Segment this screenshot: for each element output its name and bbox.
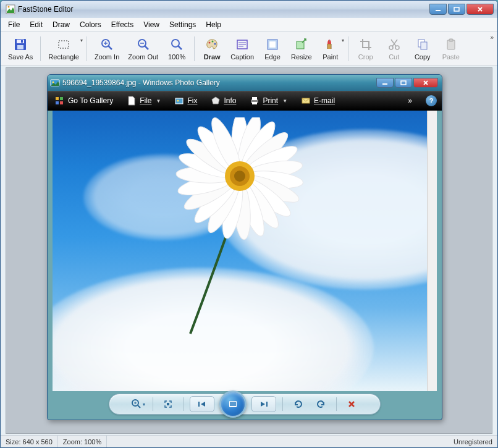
- fit-button[interactable]: [159, 397, 177, 412]
- separator: [87, 36, 87, 61]
- dropdown-icon: ▾: [342, 38, 344, 43]
- menu-settings[interactable]: Settings: [164, 19, 201, 30]
- inner-close-button[interactable]: [413, 78, 438, 88]
- window-title: FastStone Editor: [18, 5, 429, 14]
- menu-edit[interactable]: Edit: [25, 19, 48, 30]
- inner-window-controls: [376, 78, 438, 88]
- minimize-button[interactable]: [429, 4, 447, 15]
- rectangle-select-icon: [56, 37, 71, 52]
- slideshow-button[interactable]: [219, 391, 247, 418]
- paint-icon: [323, 37, 338, 52]
- titlebar[interactable]: FastStone Editor: [1, 1, 497, 18]
- svg-line-74: [138, 405, 140, 408]
- menu-file[interactable]: File: [3, 19, 25, 30]
- zoom-out-button[interactable]: Zoom Out: [124, 34, 162, 64]
- tag-icon: [211, 96, 221, 106]
- zoom-in-button[interactable]: Zoom In: [91, 34, 123, 64]
- next-button[interactable]: [251, 396, 276, 412]
- svg-rect-77: [167, 403, 169, 405]
- draw-button[interactable]: Draw: [198, 34, 226, 64]
- toolbar-overflow[interactable]: »: [490, 34, 494, 41]
- paste-button[interactable]: Paste: [437, 34, 465, 64]
- svg-rect-26: [269, 41, 276, 48]
- svg-rect-33: [449, 39, 453, 41]
- status-zoom: Zoom: 100%: [58, 436, 107, 447]
- go-to-gallery-button[interactable]: Go To Gallery: [53, 95, 116, 107]
- svg-rect-78: [198, 402, 200, 407]
- printer-icon: [250, 96, 260, 106]
- separator: [336, 397, 337, 411]
- svg-rect-42: [175, 98, 183, 104]
- svg-point-20: [214, 43, 216, 44]
- client-area: 596694_19539864.jpg - Windows Photo Gall…: [6, 67, 492, 434]
- status-registration: Unregistered: [449, 436, 497, 447]
- gallery-icon: [55, 96, 65, 106]
- help-button[interactable]: ?: [426, 95, 437, 106]
- app-window: FastStone Editor File Edit Draw Colors E…: [0, 0, 498, 448]
- inner-titlebar[interactable]: 596694_19539864.jpg - Windows Photo Gall…: [48, 75, 442, 91]
- resize-button[interactable]: Resize: [287, 34, 316, 64]
- photo-content: [53, 111, 427, 391]
- zoom-in-icon: [99, 37, 114, 52]
- menu-view[interactable]: View: [138, 19, 164, 30]
- svg-point-19: [212, 40, 214, 42]
- rectangle-button[interactable]: ▾ Rectangle: [44, 34, 83, 64]
- copy-icon: [415, 37, 430, 52]
- edge-icon: [265, 37, 280, 52]
- window-controls: [429, 4, 494, 15]
- clipboard-icon: [444, 37, 458, 52]
- separator: [194, 36, 195, 61]
- svg-rect-37: [401, 81, 406, 85]
- email-button[interactable]: E-mail: [298, 95, 337, 107]
- vertical-scrollbar[interactable]: [427, 111, 437, 391]
- menubar: File Edit Draw Colors Effects View Setti…: [1, 18, 497, 32]
- cut-button[interactable]: Cut: [381, 34, 408, 64]
- fix-icon: [174, 96, 184, 106]
- menu-help[interactable]: Help: [201, 19, 226, 30]
- inner-maximize-button[interactable]: [395, 78, 412, 88]
- palette-icon: [205, 37, 219, 52]
- menu-effects[interactable]: Effects: [106, 19, 138, 30]
- inner-overflow-button[interactable]: »: [408, 96, 412, 105]
- delete-button[interactable]: [343, 397, 360, 412]
- close-button[interactable]: [466, 4, 494, 15]
- caption-button[interactable]: Caption: [227, 34, 258, 64]
- rotate-right-button[interactable]: [313, 397, 330, 412]
- rotate-left-button[interactable]: [289, 397, 306, 412]
- photo-gallery-icon: [50, 78, 60, 88]
- copy-button[interactable]: Copy: [409, 34, 436, 64]
- menu-colors[interactable]: Colors: [75, 19, 106, 30]
- flower-illustration: [147, 117, 332, 340]
- edge-button[interactable]: Edge: [259, 34, 286, 64]
- svg-point-1: [8, 6, 10, 8]
- inner-minimize-button[interactable]: [376, 78, 394, 88]
- photo-viewport: [53, 111, 437, 391]
- menu-draw[interactable]: Draw: [48, 19, 75, 30]
- statusbar: Size: 640 x 560 Zoom: 100% Unregistered: [1, 435, 497, 447]
- separator: [153, 397, 153, 411]
- svg-point-72: [234, 171, 245, 182]
- svg-rect-46: [252, 102, 257, 104]
- zoom-100-button[interactable]: 100%: [163, 34, 190, 64]
- svg-rect-3: [454, 7, 459, 11]
- svg-point-43: [177, 100, 179, 102]
- previous-button[interactable]: [190, 396, 214, 412]
- crop-button[interactable]: Crop: [352, 34, 379, 64]
- print-button[interactable]: Print▼: [247, 95, 290, 107]
- playback-controls: ▾: [109, 394, 381, 415]
- svg-rect-81: [266, 402, 268, 407]
- paint-button[interactable]: ▾ Paint: [317, 34, 344, 64]
- info-button[interactable]: Info: [208, 95, 238, 107]
- zoom-button[interactable]: ▾: [129, 397, 146, 412]
- save-as-button[interactable]: Save As: [4, 34, 36, 64]
- svg-rect-41: [60, 101, 63, 104]
- svg-rect-31: [421, 42, 427, 49]
- dropdown-icon: ▼: [282, 98, 287, 104]
- dropdown-icon: ▼: [156, 98, 161, 104]
- fix-button[interactable]: Fix: [172, 95, 200, 107]
- file-menu-button[interactable]: File▼: [124, 95, 163, 107]
- floppy-icon: [13, 37, 28, 52]
- maximize-button[interactable]: [448, 4, 465, 15]
- svg-rect-80: [230, 402, 236, 406]
- caption-icon: [235, 37, 250, 52]
